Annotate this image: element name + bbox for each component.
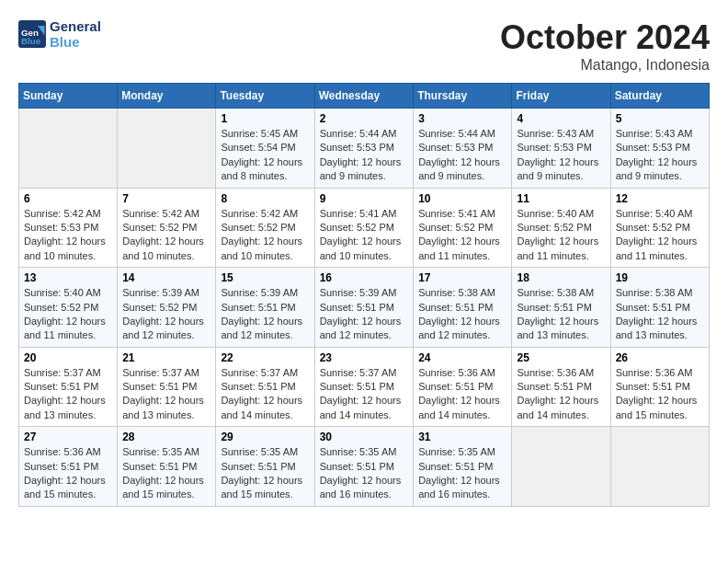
svg-text:Blue: Blue	[21, 36, 41, 46]
day-info-line: Sunset: 5:51 PM	[320, 460, 409, 474]
header-row: SundayMondayTuesdayWednesdayThursdayFrid…	[19, 84, 710, 109]
day-info: Sunrise: 5:38 AMSunset: 5:51 PMDaylight:…	[616, 286, 704, 343]
logo: Gen Blue General Blue	[18, 18, 101, 50]
calendar-week-row: 20Sunrise: 5:37 AMSunset: 5:51 PMDayligh…	[19, 347, 710, 427]
day-info-line: Sunrise: 5:43 AM	[616, 127, 704, 141]
day-info-line: Sunrise: 5:36 AM	[24, 445, 112, 459]
day-info-line: Sunset: 5:51 PM	[418, 380, 506, 394]
day-info: Sunrise: 5:44 AMSunset: 5:53 PMDaylight:…	[418, 127, 506, 184]
day-info: Sunrise: 5:45 AMSunset: 5:54 PMDaylight:…	[221, 127, 309, 184]
day-info: Sunrise: 5:35 AMSunset: 5:51 PMDaylight:…	[320, 445, 409, 502]
day-number: 9	[320, 192, 409, 205]
day-info-line: Sunset: 5:53 PM	[517, 141, 605, 155]
day-info-line: Sunset: 5:53 PM	[320, 141, 409, 155]
day-info-line: Sunrise: 5:37 AM	[24, 366, 112, 380]
day-number: 8	[221, 192, 309, 205]
day-number: 3	[418, 112, 506, 125]
day-info-line: Sunset: 5:51 PM	[616, 301, 704, 315]
day-info: Sunrise: 5:40 AMSunset: 5:52 PMDaylight:…	[517, 207, 605, 264]
day-info-line: Daylight: 12 hours and 10 minutes.	[221, 235, 309, 263]
day-info-line: Daylight: 12 hours and 11 minutes.	[418, 235, 506, 263]
day-number: 2	[320, 112, 409, 125]
header-day: Tuesday	[216, 84, 314, 109]
day-info-line: Daylight: 12 hours and 12 minutes.	[320, 315, 409, 343]
day-number: 11	[517, 192, 605, 205]
day-info-line: Sunset: 5:52 PM	[418, 221, 506, 235]
day-info: Sunrise: 5:40 AMSunset: 5:52 PMDaylight:…	[616, 207, 704, 264]
day-info-line: Sunset: 5:51 PM	[320, 380, 409, 394]
day-info-line: Sunset: 5:51 PM	[122, 460, 210, 474]
day-info: Sunrise: 5:41 AMSunset: 5:52 PMDaylight:…	[418, 207, 506, 264]
day-info: Sunrise: 5:38 AMSunset: 5:51 PMDaylight:…	[517, 286, 605, 343]
title-block: October 2024 Matango, Indonesia	[500, 18, 710, 74]
day-number: 5	[616, 112, 704, 125]
day-info-line: Sunset: 5:51 PM	[320, 301, 409, 315]
calendar-cell: 20Sunrise: 5:37 AMSunset: 5:51 PMDayligh…	[19, 347, 118, 427]
day-info: Sunrise: 5:37 AMSunset: 5:51 PMDaylight:…	[24, 366, 112, 423]
day-info-line: Sunrise: 5:37 AM	[221, 366, 309, 380]
day-info-line: Daylight: 12 hours and 14 minutes.	[221, 394, 309, 422]
day-info-line: Sunset: 5:52 PM	[24, 301, 112, 315]
day-number: 13	[24, 271, 112, 284]
header-day: Thursday	[414, 84, 512, 109]
calendar-cell: 25Sunrise: 5:36 AMSunset: 5:51 PMDayligh…	[512, 347, 610, 427]
calendar-cell: 31Sunrise: 5:35 AMSunset: 5:51 PMDayligh…	[414, 427, 512, 507]
calendar-cell: 15Sunrise: 5:39 AMSunset: 5:51 PMDayligh…	[216, 268, 314, 348]
day-info-line: Sunrise: 5:44 AM	[418, 127, 506, 141]
header-day: Friday	[512, 84, 610, 109]
day-info-line: Sunrise: 5:41 AM	[418, 207, 506, 221]
day-info-line: Sunrise: 5:40 AM	[24, 286, 112, 300]
calendar-cell: 17Sunrise: 5:38 AMSunset: 5:51 PMDayligh…	[414, 268, 512, 348]
day-info-line: Daylight: 12 hours and 16 minutes.	[418, 474, 506, 502]
day-number: 23	[320, 351, 409, 364]
day-info-line: Daylight: 12 hours and 15 minutes.	[616, 394, 704, 422]
calendar-cell: 4Sunrise: 5:43 AMSunset: 5:53 PMDaylight…	[512, 109, 610, 189]
calendar-cell: 7Sunrise: 5:42 AMSunset: 5:52 PMDaylight…	[118, 188, 216, 268]
day-number: 4	[517, 112, 605, 125]
day-info-line: Sunset: 5:53 PM	[24, 221, 112, 235]
calendar-table: SundayMondayTuesdayWednesdayThursdayFrid…	[18, 83, 710, 507]
calendar-cell: 12Sunrise: 5:40 AMSunset: 5:52 PMDayligh…	[610, 188, 709, 268]
day-info-line: Daylight: 12 hours and 14 minutes.	[517, 394, 605, 422]
day-info-line: Sunrise: 5:42 AM	[122, 207, 210, 221]
calendar-cell	[610, 427, 709, 507]
day-info: Sunrise: 5:40 AMSunset: 5:52 PMDaylight:…	[24, 286, 112, 343]
day-number: 19	[616, 271, 704, 284]
calendar-cell: 18Sunrise: 5:38 AMSunset: 5:51 PMDayligh…	[512, 268, 610, 348]
logo-text-line2: Blue	[50, 34, 101, 50]
day-number: 30	[320, 431, 409, 443]
calendar-cell	[512, 427, 610, 507]
calendar-cell: 22Sunrise: 5:37 AMSunset: 5:51 PMDayligh…	[216, 347, 314, 427]
day-info-line: Sunrise: 5:35 AM	[418, 445, 506, 459]
day-info: Sunrise: 5:39 AMSunset: 5:52 PMDaylight:…	[122, 286, 210, 343]
day-info: Sunrise: 5:35 AMSunset: 5:51 PMDaylight:…	[122, 445, 210, 502]
day-info-line: Sunrise: 5:36 AM	[616, 366, 704, 380]
calendar-cell: 1Sunrise: 5:45 AMSunset: 5:54 PMDaylight…	[216, 109, 314, 189]
header-day: Saturday	[610, 84, 709, 109]
logo-icon: Gen Blue	[18, 20, 46, 48]
day-info-line: Sunrise: 5:41 AM	[320, 207, 409, 221]
day-info-line: Sunset: 5:51 PM	[122, 380, 210, 394]
day-info: Sunrise: 5:43 AMSunset: 5:53 PMDaylight:…	[517, 127, 605, 184]
day-number: 29	[221, 431, 309, 443]
day-info-line: Sunset: 5:51 PM	[517, 380, 605, 394]
day-info-line: Daylight: 12 hours and 13 minutes.	[616, 315, 704, 343]
day-info-line: Daylight: 12 hours and 13 minutes.	[24, 394, 112, 422]
day-info-line: Sunset: 5:53 PM	[616, 141, 704, 155]
day-number: 12	[616, 192, 704, 205]
day-number: 6	[24, 192, 112, 205]
day-info-line: Sunset: 5:52 PM	[221, 221, 309, 235]
calendar-cell: 30Sunrise: 5:35 AMSunset: 5:51 PMDayligh…	[314, 427, 414, 507]
calendar-week-row: 6Sunrise: 5:42 AMSunset: 5:53 PMDaylight…	[19, 188, 710, 268]
day-info: Sunrise: 5:41 AMSunset: 5:52 PMDaylight:…	[320, 207, 409, 264]
day-number: 7	[122, 192, 210, 205]
day-info-line: Sunrise: 5:39 AM	[122, 286, 210, 300]
day-info-line: Sunset: 5:52 PM	[517, 221, 605, 235]
day-info-line: Daylight: 12 hours and 9 minutes.	[320, 155, 409, 184]
day-info-line: Sunset: 5:51 PM	[221, 460, 309, 474]
day-info-line: Sunrise: 5:44 AM	[320, 127, 409, 141]
day-info-line: Sunrise: 5:43 AM	[517, 127, 605, 141]
calendar-week-row: 27Sunrise: 5:36 AMSunset: 5:51 PMDayligh…	[19, 427, 710, 507]
calendar-week-row: 13Sunrise: 5:40 AMSunset: 5:52 PMDayligh…	[19, 268, 710, 348]
day-number: 28	[122, 431, 210, 443]
